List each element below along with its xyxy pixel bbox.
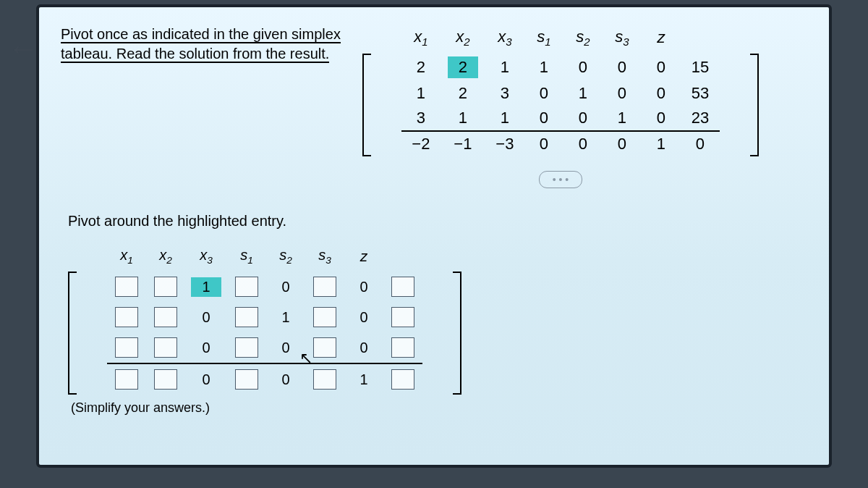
answer-input[interactable] [391, 369, 414, 390]
expand-pill[interactable]: • • • [539, 171, 582, 188]
answer-input[interactable] [115, 307, 138, 327]
answer-input[interactable] [115, 277, 138, 297]
answer-tableau: x1 x2 x3 s1 s2 s3 z 1 0 [68, 244, 807, 395]
pivot-highlight: 1 [191, 277, 221, 297]
answer-input[interactable] [115, 369, 138, 390]
answer-input[interactable] [313, 307, 336, 327]
answer-input[interactable] [235, 307, 258, 327]
answer-input[interactable] [313, 369, 336, 390]
hint-text: (Simplify your answers.) [71, 400, 807, 416]
given-tableau: x1 x2 x3 s1 s2 s3 z 2 2 1 1 0 [362, 25, 759, 188]
problem-statement: Pivot once as indicated in the given sim… [61, 25, 341, 64]
exercise-screen: Pivot once as indicated in the given sim… [36, 4, 832, 468]
answer-input[interactable] [154, 369, 177, 390]
answer-input[interactable] [235, 277, 258, 297]
answer-input[interactable] [235, 337, 258, 358]
answer-input[interactable] [391, 307, 414, 327]
answer-input[interactable] [154, 277, 177, 297]
answer-input[interactable] [313, 337, 336, 358]
pivot-highlight: 2 [448, 56, 478, 78]
answer-input[interactable] [313, 277, 336, 297]
answer-input[interactable] [391, 277, 414, 297]
section-title: Pivot around the highlighted entry. [68, 213, 807, 230]
answer-input[interactable] [391, 337, 414, 358]
back-arrow-icon[interactable]: ← [7, 33, 39, 64]
answer-input[interactable] [235, 369, 258, 390]
answer-input[interactable] [154, 337, 177, 358]
answer-input[interactable] [115, 337, 138, 358]
answer-input[interactable] [154, 307, 177, 327]
